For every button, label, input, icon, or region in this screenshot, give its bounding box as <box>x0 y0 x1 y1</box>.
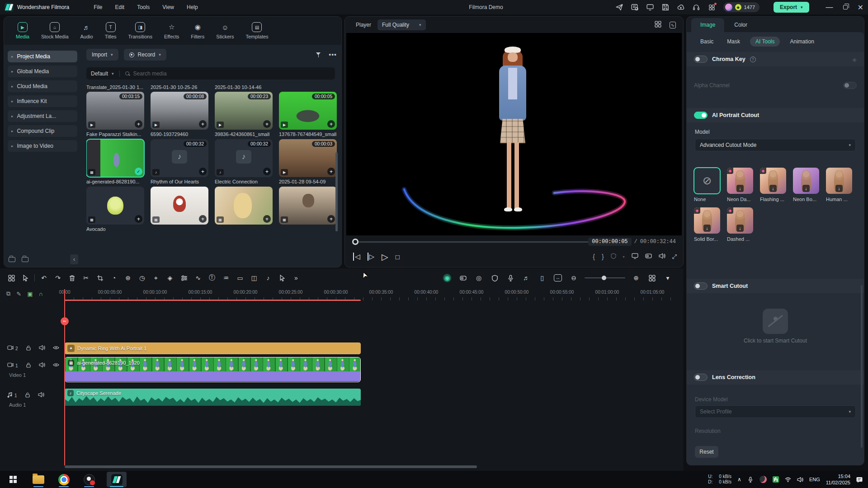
text-to-speech-icon[interactable]: Ⓣ <box>207 273 217 283</box>
media-item[interactable]: 00:00:08 ▶ + 6590-193729460 <box>151 92 208 137</box>
record-button[interactable]: Record▾ <box>124 49 166 61</box>
mark-out-button[interactable]: } <box>602 253 604 260</box>
audio-clip[interactable]: ♪ Cityscape Serenade <box>65 389 361 406</box>
eye-icon[interactable] <box>53 361 59 370</box>
tray-app-icon[interactable] <box>760 476 767 483</box>
media-thumbnail[interactable]: 00:03:15 ▶ + <box>86 92 144 130</box>
property-subtab[interactable]: Basic <box>700 38 713 45</box>
media-item[interactable]: ▦ + <box>215 187 273 232</box>
tab-audio[interactable]: ♬ Audio <box>80 22 93 39</box>
media-thumbnail[interactable]: ▦ + <box>86 187 144 225</box>
search-bar[interactable]: Default ▾ Search media <box>86 67 335 80</box>
add-to-timeline-button[interactable]: + <box>199 120 207 128</box>
menu-item[interactable]: View <box>156 2 180 12</box>
reset-button[interactable]: Reset <box>695 446 718 458</box>
add-to-timeline-button[interactable]: + <box>199 168 207 175</box>
chroma-key-toggle[interactable] <box>694 56 708 63</box>
lock-icon[interactable] <box>26 361 31 370</box>
add-to-timeline-button[interactable]: + <box>199 215 207 223</box>
filmora-taskbar-icon[interactable] <box>107 472 127 487</box>
obs-icon[interactable] <box>81 472 97 487</box>
display-icon[interactable] <box>646 4 654 11</box>
media-item[interactable]: 00:00:32 ♪ + Rhythm of Our Hearts <box>151 139 208 184</box>
add-to-timeline-button[interactable]: + <box>135 120 142 128</box>
tray-expand-icon[interactable]: ∧ <box>737 476 741 483</box>
preset-thumbnail[interactable]: ◆ ↓ <box>694 207 720 234</box>
second-screen-icon[interactable] <box>632 253 638 261</box>
filter-icon[interactable] <box>316 52 321 57</box>
file-explorer-icon[interactable] <box>31 472 46 487</box>
preset-thumbnail[interactable]: ◆ ↓ <box>760 168 786 194</box>
tab-media[interactable]: ▶ Media <box>16 22 29 39</box>
media-thumbnail[interactable]: ▦ + <box>279 187 337 225</box>
previous-frame-button[interactable]: ◁ <box>353 253 360 261</box>
zoom-in-icon[interactable]: ⊕ <box>631 273 641 283</box>
snapshot-icon[interactable] <box>645 253 652 261</box>
speed-icon[interactable]: ◔ <box>109 273 119 283</box>
add-to-timeline-button[interactable]: + <box>263 215 271 223</box>
fullscreen-icon[interactable]: ⤢ <box>672 253 677 260</box>
minimize-button[interactable]: — <box>826 3 833 11</box>
marker-button[interactable] <box>611 253 616 261</box>
add-to-timeline-button[interactable]: + <box>263 168 271 175</box>
audio-mixer-icon[interactable]: ♬ <box>521 273 531 283</box>
media-item[interactable]: 00:00:05 ▶ + 137678-767484549_small <box>279 92 337 137</box>
task-list-icon[interactable] <box>631 4 639 11</box>
chevron-down-icon[interactable]: ▾ <box>112 71 114 76</box>
stabilize-icon[interactable]: ▭ <box>235 273 245 283</box>
chrome-icon[interactable] <box>56 472 71 487</box>
property-tab[interactable]: Color <box>725 18 756 32</box>
split-icon[interactable]: ✂ <box>81 273 91 283</box>
tab-stock-media[interactable]: ⌂ Stock Media <box>41 22 69 39</box>
track-caret-icon[interactable]: ▾ <box>663 273 673 283</box>
export-button[interactable]: Export ▾ <box>774 2 809 13</box>
preset-thumbnail[interactable]: ↓ <box>826 168 852 194</box>
media-thumbnail[interactable]: 00:00:32 ♪ + <box>151 139 208 177</box>
add-to-timeline-button[interactable]: + <box>135 215 142 223</box>
undo-icon[interactable]: ↶ <box>39 273 49 283</box>
smart-cutout-toggle[interactable] <box>694 282 708 290</box>
property-tab[interactable]: Image <box>691 18 724 32</box>
multi-view-icon[interactable] <box>655 21 661 29</box>
mute-icon[interactable] <box>39 344 45 352</box>
media-thumbnail[interactable]: 00:00:03 ▶ + <box>279 139 337 177</box>
smart-cutout-start-icon[interactable] <box>763 309 788 334</box>
menu-item[interactable]: Tools <box>131 2 156 12</box>
tab-filters[interactable]: ◉ Filters <box>191 22 204 39</box>
media-item[interactable]: 00:00:23 ▶ + 39836-424360861_small <box>215 92 273 137</box>
tab-titles[interactable]: T Titles <box>105 22 117 39</box>
stop-button[interactable]: □ <box>396 253 400 261</box>
playback-quality-select[interactable]: Full Quality ▾ <box>377 19 426 30</box>
sidebar-item[interactable]: ▸ Global Media <box>8 66 77 77</box>
media-thumbnail[interactable]: 00:00:32 ♪ + <box>215 139 273 177</box>
mute-icon[interactable] <box>38 391 44 399</box>
video-clip[interactable]: ▦ ai-generated-8628190_1920 <box>65 357 361 382</box>
media-scrollbar[interactable] <box>335 152 338 231</box>
tab-transitions[interactable]: ◨ Transitions <box>128 22 152 39</box>
menu-item[interactable]: Help <box>180 2 204 12</box>
folder-icon[interactable] <box>22 257 28 262</box>
preset-thumbnail[interactable]: ↓ <box>793 168 819 194</box>
lens-correction-toggle[interactable] <box>694 374 708 381</box>
media-item[interactable]: 00:03:15 ▶ + Fake Paparazzi Stalkin... <box>86 92 144 137</box>
property-subtab[interactable]: AI Tools <box>750 37 780 47</box>
language-indicator[interactable]: ENG <box>809 477 820 482</box>
zoom-out-icon[interactable]: ⊖ <box>569 273 579 283</box>
playhead[interactable] <box>64 289 65 465</box>
mark-in-button[interactable]: { <box>593 253 595 260</box>
media-thumbnail[interactable]: ▦ ✓ <box>86 139 144 177</box>
device-preview-icon[interactable]: ▯ <box>537 273 547 283</box>
preset-thumbnail[interactable]: ⊘ <box>694 168 720 194</box>
device-profile-select[interactable]: Select Profile ▾ <box>695 405 856 418</box>
mute-icon[interactable] <box>659 253 665 261</box>
add-to-timeline-button[interactable]: + <box>263 120 271 128</box>
volume-icon[interactable] <box>797 477 803 483</box>
delete-icon[interactable] <box>67 273 77 283</box>
timeline-h-scrollbar[interactable] <box>65 465 477 468</box>
audio-sync-icon[interactable]: ♒ <box>221 273 231 283</box>
smart-cutout-placeholder[interactable]: Click to start Smart Cutout <box>687 338 864 344</box>
keyframe-icon[interactable]: ◈ <box>165 273 175 283</box>
seek-bar[interactable] <box>355 241 590 243</box>
media-thumbnail[interactable]: 00:00:23 ▶ + <box>215 92 273 130</box>
sidebar-item[interactable]: ▸ Image to Video <box>8 140 77 152</box>
